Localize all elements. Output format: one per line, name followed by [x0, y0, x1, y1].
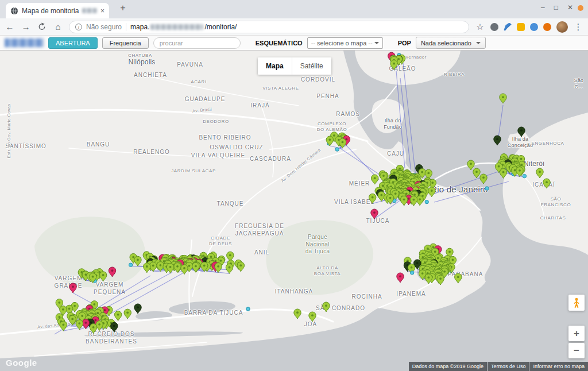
- map-marker[interactable]: [467, 160, 474, 170]
- map-marker[interactable]: [99, 272, 106, 281]
- new-tab-button[interactable]: +: [116, 2, 130, 16]
- pop-dropdown-value: Nada selecionado: [421, 40, 471, 47]
- window-close-button[interactable]: ✕: [567, 3, 573, 11]
- map-marker[interactable]: [372, 175, 378, 184]
- map-marker[interactable]: [167, 264, 173, 273]
- map-marker[interactable]: [473, 168, 480, 178]
- address-bar[interactable]: i Não seguro mapa. /monitoria/: [69, 21, 469, 33]
- window-maximize-button[interactable]: □: [554, 3, 558, 11]
- search-input[interactable]: [153, 37, 241, 49]
- pegman-icon: [571, 297, 582, 308]
- map-marker[interactable]: [543, 179, 550, 188]
- map-marker[interactable]: [124, 309, 131, 319]
- profile-avatar[interactable]: [556, 21, 568, 33]
- map-marker[interactable]: [294, 309, 301, 319]
- map-links-layer: [55, 62, 524, 334]
- map-marker[interactable]: [425, 200, 428, 203]
- map-marker[interactable]: [90, 324, 96, 334]
- map-marker[interactable]: [323, 302, 330, 312]
- map-attribution: Dados do mapa ©2019 Google Termos de Uso…: [409, 362, 588, 371]
- map-marker[interactable]: [518, 127, 525, 137]
- window-minimize-button[interactable]: –: [541, 3, 545, 11]
- omnibox-divider: [126, 23, 126, 31]
- map-type-map-button[interactable]: Mapa: [258, 57, 292, 75]
- map-marker[interactable]: [174, 263, 181, 273]
- map-marker[interactable]: [111, 322, 118, 332]
- abertura-button[interactable]: ABERTURA: [48, 37, 98, 49]
- zoom-in-button[interactable]: +: [568, 326, 585, 341]
- map-marker[interactable]: [335, 148, 339, 151]
- back-icon[interactable]: ←: [5, 22, 15, 32]
- map-marker[interactable]: [144, 263, 150, 273]
- home-icon[interactable]: ⌂: [53, 22, 63, 32]
- map-marker[interactable]: [400, 196, 407, 206]
- attribution-copyright: Dados do mapa ©2019 Google: [409, 362, 487, 371]
- browser-menu-icon[interactable]: ⋮: [573, 22, 583, 32]
- forward-icon[interactable]: →: [21, 22, 31, 32]
- esquematico-select[interactable]: -- selecione o mapa --: [307, 37, 383, 49]
- extension-pen-icon[interactable]: [504, 23, 512, 31]
- map-marker[interactable]: [69, 315, 76, 325]
- terms-of-use-link[interactable]: Termos de Uso: [488, 362, 529, 371]
- map-marker[interactable]: [237, 262, 244, 272]
- browser-window: Mapa de monitoria × + – □ ✕ ← → ⌂ i Não …: [0, 0, 588, 371]
- tab-close-icon[interactable]: ×: [100, 7, 105, 15]
- map-marker[interactable]: [181, 265, 188, 275]
- tab-favicon-globe-icon: [10, 7, 18, 15]
- map-marker[interactable]: [500, 169, 506, 179]
- security-label[interactable]: Não seguro: [86, 23, 122, 31]
- tab-title: Mapa de monitoria: [22, 7, 79, 15]
- tab-title-redacted: [82, 8, 97, 13]
- map-marker[interactable]: [536, 168, 543, 178]
- map-marker[interactable]: [485, 187, 489, 190]
- map-marker[interactable]: [437, 275, 444, 285]
- extension-icon-orange[interactable]: [543, 23, 551, 31]
- map-marker[interactable]: [129, 263, 132, 266]
- map-marker[interactable]: [516, 167, 523, 177]
- report-map-error-link[interactable]: Informar erro no mapa: [529, 362, 588, 371]
- extension-icon-gray[interactable]: [490, 23, 498, 31]
- map-marker[interactable]: [134, 256, 141, 266]
- map-marker[interactable]: [60, 321, 67, 331]
- map-marker[interactable]: [480, 174, 487, 184]
- map-marker[interactable]: [134, 304, 141, 314]
- map-marker[interactable]: [369, 194, 376, 203]
- map-marker[interactable]: [69, 283, 76, 293]
- map-marker[interactable]: [500, 94, 506, 103]
- map-marker[interactable]: [410, 196, 417, 206]
- frequencia-button[interactable]: Frequencia: [102, 37, 149, 49]
- google-logo: Google: [6, 358, 37, 368]
- bookmark-star-icon[interactable]: ☆: [475, 22, 485, 32]
- reload-icon[interactable]: [37, 22, 47, 31]
- map-type-satellite-button[interactable]: Satélite: [292, 57, 331, 75]
- extension-icon-yellow[interactable]: [517, 23, 525, 31]
- extension-icon-blue[interactable]: [530, 23, 538, 31]
- pegman-control[interactable]: [568, 295, 585, 311]
- map-marker[interactable]: [114, 311, 121, 321]
- pop-dropdown[interactable]: Nada selecionado: [416, 37, 486, 49]
- map-marker[interactable]: [397, 273, 404, 283]
- map-type-control: Mapa Satélite: [258, 57, 331, 75]
- map-canvas[interactable]: CHATUBANilópolisPAVUNAANCHIETAACARICORDO…: [0, 51, 588, 371]
- map-marker[interactable]: [390, 60, 397, 70]
- window-accent-dot: [578, 5, 583, 11]
- map-marker[interactable]: [411, 271, 414, 275]
- info-icon[interactable]: i: [75, 24, 82, 30]
- browser-tab[interactable]: Mapa de monitoria ×: [6, 3, 109, 18]
- map-marker[interactable]: [494, 136, 501, 145]
- map-marker[interactable]: [309, 312, 316, 322]
- browser-navbar: ← → ⌂ i Não seguro mapa. /monitoria/ ☆ ⋮: [0, 18, 588, 36]
- map-marker[interactable]: [455, 273, 462, 283]
- url-host: mapa.: [130, 23, 149, 31]
- map-markers-layer[interactable]: [0, 51, 588, 371]
- esquematico-select-value: -- selecione o mapa --: [311, 40, 373, 47]
- map-marker[interactable]: [226, 264, 233, 273]
- zoom-control: + −: [568, 326, 585, 358]
- map-marker[interactable]: [428, 187, 435, 197]
- map-marker[interactable]: [523, 174, 526, 177]
- map-marker[interactable]: [109, 267, 115, 277]
- map-marker[interactable]: [246, 307, 250, 311]
- url-redacted: [150, 24, 203, 30]
- esquematico-label: ESQUEMÁTICO: [256, 40, 303, 47]
- zoom-out-button[interactable]: −: [568, 343, 585, 358]
